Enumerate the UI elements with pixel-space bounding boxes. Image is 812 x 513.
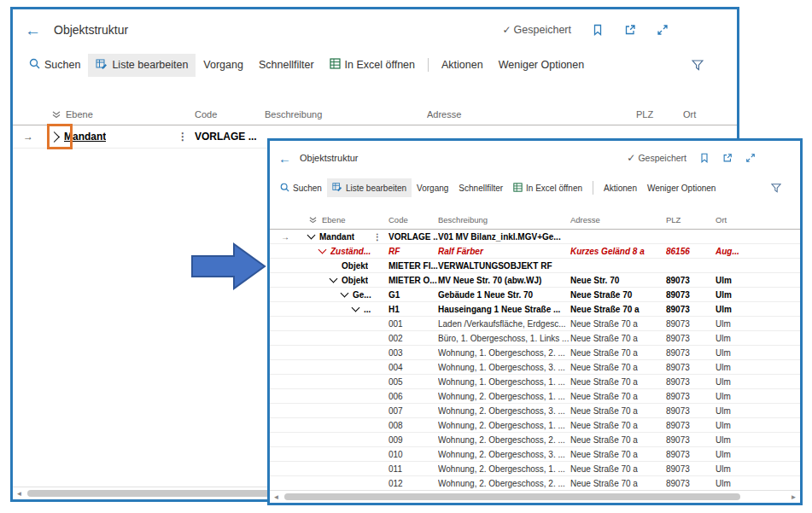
horizontal-scrollbar[interactable]: ◄ ► [270,490,800,503]
row-level-label: Ge... [353,290,371,300]
object-table: Ebene Code Beschreibung Adresse PLZ Ort … [270,211,800,491]
filter-icon[interactable] [766,180,786,196]
cell-code: 008 [388,421,438,430]
expand-all-icon[interactable] [52,110,61,119]
toolbar-divider [593,181,593,195]
column-header-ebene[interactable]: Ebene [322,215,345,224]
schnellfilter-button[interactable]: Schnellfilter [251,55,322,75]
cell-adresse: Neue Straße 70 a [570,363,666,372]
table-row[interactable]: → ... ⋮ H1 Hauseingang 1 Neue Straße ...… [270,302,800,317]
bookmark-icon[interactable] [592,24,604,36]
cell-ort: Ulm [716,435,800,445]
filter-icon[interactable] [684,55,711,75]
vorgang-button[interactable]: Vorgang [196,55,251,75]
table-row[interactable]: → ... ⋮ 006 Wohnung, 2. Obergeschoss, 1.… [270,389,800,404]
column-header-beschreibung[interactable]: Beschreibung [438,215,570,224]
table-row[interactable]: → ... ⋮ 011 Wohnung, 2. Obergeschoss, 1.… [270,462,800,476]
table-row[interactable]: → ... ⋮ 002 Büro, 1. Obergeschoss, 1. Li… [270,331,800,346]
column-header-beschreibung[interactable]: Beschreibung [265,109,427,120]
table-row[interactable]: → ... ⋮ 010 Wohnung, 2. Obergeschoss, 3.… [270,447,800,462]
table-row[interactable]: → ... ⋮ 003 Wohnung, 1. Obergeschoss, 2.… [270,346,800,360]
cell-ort: Ulm [716,421,800,430]
aktionen-button[interactable]: Aktionen [434,55,491,75]
column-header-code[interactable]: Code [195,109,265,120]
cell-adresse: Neue Straße 70 a [570,450,666,459]
table-header: Ebene Code Beschreibung Adresse PLZ Ort [270,211,800,230]
tree-chevron-icon[interactable] [330,277,336,283]
edit-list-button[interactable]: Liste bearbeiten [88,54,196,77]
vorgang-button[interactable]: Vorgang [412,180,453,196]
weniger-optionen-button[interactable]: Weniger Optionen [642,180,721,196]
cell-code: RF [388,247,438,256]
scroll-left-icon[interactable]: ◄ [270,493,283,501]
bookmark-icon[interactable] [699,153,710,163]
table-row[interactable]: → ... ⋮ 007 Wohnung, 2. Obergeschoss, 3.… [270,404,800,418]
cell-beschreibung: Wohnung, 2. Obergeschoss, 2. ... [438,435,570,445]
tree-chevron-icon[interactable] [341,291,348,298]
table-row[interactable]: → Ge... ⋮ G1 Gebäude 1 Neue Str. 70 Neue… [270,288,800,302]
page-header: ← Objektstruktur ✓ Gespeichert [270,141,800,175]
table-row[interactable]: → ... ⋮ 012 Wohnung, 2. Obergeschoss, 2.… [270,476,800,491]
table-row[interactable]: → ... ⋮ 004 Wohnung, 1. Obergeschoss, 3.… [270,360,800,375]
open-in-new-window-icon[interactable] [624,24,636,36]
scroll-left-icon[interactable]: ◄ [13,490,26,498]
column-header-adresse[interactable]: Adresse [570,215,666,224]
expand-icon[interactable] [745,153,756,163]
column-header-code[interactable]: Code [388,215,438,224]
toolbar-divider [428,58,429,72]
search-button[interactable]: Suchen [21,54,88,76]
open-in-new-window-icon[interactable] [722,153,733,163]
cell-adresse: Neue Straße 70 a [570,319,666,329]
expand-all-icon[interactable] [309,216,317,224]
cell-plz: 89073 [666,435,716,445]
cell-code: 002 [388,334,438,343]
back-button[interactable]: ← [278,152,291,165]
back-button[interactable]: ← [25,22,41,38]
cell-beschreibung: Wohnung, 2. Obergeschoss, 3. ... [438,450,570,459]
column-header-plz[interactable]: PLZ [666,215,716,224]
scroll-right-icon[interactable]: ► [787,493,800,501]
tree-chevron-icon[interactable] [318,248,325,254]
cell-code: H1 [388,305,438,314]
row-menu-button[interactable]: ⋮ [373,232,388,242]
weniger-optionen-button[interactable]: Weniger Optionen [491,55,593,75]
cell-beschreibung: Wohnung, 1. Obergeschoss, 2. ... [438,348,570,358]
search-icon [29,58,40,72]
cell-code: VORLAGE ... [388,232,438,242]
row-menu-button[interactable]: ⋮ [178,131,195,143]
column-header-plz[interactable]: PLZ [636,109,683,120]
column-header-ort[interactable]: Ort [716,215,800,224]
cell-adresse: Neue Straße 70 a [570,479,666,488]
table-row[interactable]: → Objekt ⋮ MIETER O... MV Neue Str. 70 (… [270,273,800,288]
cell-adresse: Kurzes Geländ 8 a [570,247,666,256]
page-header: ← Objektstruktur ✓ Gespeichert [13,9,737,50]
column-header-ebene[interactable]: Ebene [66,109,93,120]
table-row[interactable]: → Mandant ⋮ VORLAGE ... V01 MV Bilanz_in… [270,230,800,244]
scrollbar-thumb[interactable] [284,493,740,500]
tree-chevron-icon[interactable] [50,132,59,141]
search-button[interactable]: Suchen [275,179,327,197]
expand-icon[interactable] [657,24,669,36]
tree-chevron-icon[interactable] [352,306,359,312]
aktionen-button[interactable]: Aktionen [599,180,642,196]
cell-ort: Ulm [716,363,800,372]
edit-list-button[interactable]: Liste bearbeiten [327,178,412,197]
cell-ort: Ulm [716,377,800,387]
cell-beschreibung: Gebäude 1 Neue Str. 70 [438,290,570,300]
table-row[interactable]: → ... ⋮ 008 Wohnung, 2. Obergeschoss, 1.… [270,418,800,433]
column-header-adresse[interactable]: Adresse [427,109,636,120]
tree-chevron-icon[interactable] [307,233,314,240]
cell-code: 004 [388,363,438,372]
table-row[interactable]: → ... ⋮ 005 Wohnung, 1. Obergeschoss, 1.… [270,375,800,389]
table-row[interactable]: → ... ⋮ 001 Laden /Verkaufsfläche, Erdge… [270,317,800,331]
schnellfilter-button[interactable]: Schnellfilter [453,180,508,196]
cell-adresse: Neue Straße 70 a [570,334,666,343]
open-in-excel-button[interactable]: In Excel öffnen [322,54,423,76]
cell-code: G1 [388,290,438,300]
table-row[interactable]: → ... ⋮ 009 Wohnung, 2. Obergeschoss, 2.… [270,433,800,447]
row-level-label: Zuständ... [330,247,371,256]
table-row[interactable]: → Zuständ... ⋮ RF Ralf Färber Kurzes Gel… [270,244,800,259]
column-header-ort[interactable]: Ort [683,109,737,120]
table-row[interactable]: → Objekt ⋮ MIETER FI... VERWALTUNGSOBJEK… [270,259,800,273]
open-in-excel-button[interactable]: In Excel öffnen [508,179,587,197]
